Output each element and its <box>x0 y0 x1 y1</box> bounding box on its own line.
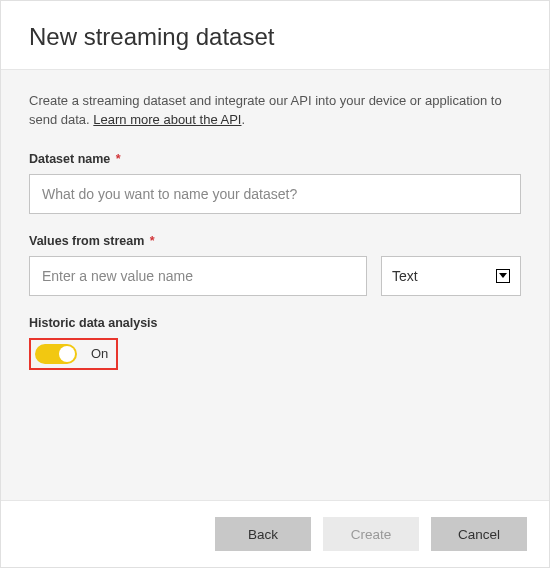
historic-data-field: Historic data analysis On <box>29 316 521 370</box>
dialog-header: New streaming dataset <box>1 1 549 69</box>
values-from-stream-label: Values from stream * <box>29 234 521 248</box>
toggle-knob <box>59 346 75 362</box>
dataset-name-field: Dataset name * <box>29 152 521 214</box>
dataset-name-label: Dataset name * <box>29 152 521 166</box>
values-from-stream-label-text: Values from stream <box>29 234 144 248</box>
cancel-button[interactable]: Cancel <box>431 517 527 551</box>
value-type-select[interactable]: Text <box>381 256 521 296</box>
historic-toggle-state: On <box>91 346 108 361</box>
values-from-stream-field: Values from stream * Text <box>29 234 521 296</box>
create-button[interactable]: Create <box>323 517 419 551</box>
required-marker: * <box>150 234 155 248</box>
dialog-title: New streaming dataset <box>29 23 521 51</box>
dialog-body: Create a streaming dataset and integrate… <box>1 69 549 501</box>
back-button[interactable]: Back <box>215 517 311 551</box>
new-streaming-dataset-dialog: New streaming dataset Create a streaming… <box>0 0 550 568</box>
intro-period: . <box>241 112 245 127</box>
learn-more-link[interactable]: Learn more about the API <box>93 112 241 127</box>
intro-text: Create a streaming dataset and integrate… <box>29 92 521 130</box>
historic-data-label: Historic data analysis <box>29 316 521 330</box>
value-type-selected: Text <box>392 268 418 284</box>
historic-toggle-highlight: On <box>29 338 118 370</box>
dataset-name-input[interactable] <box>29 174 521 214</box>
value-name-input[interactable] <box>29 256 367 296</box>
values-row: Text <box>29 256 521 296</box>
historic-toggle[interactable] <box>35 344 77 364</box>
required-marker: * <box>116 152 121 166</box>
chevron-down-icon <box>496 269 510 283</box>
dialog-footer: Back Create Cancel <box>1 501 549 567</box>
dataset-name-label-text: Dataset name <box>29 152 110 166</box>
